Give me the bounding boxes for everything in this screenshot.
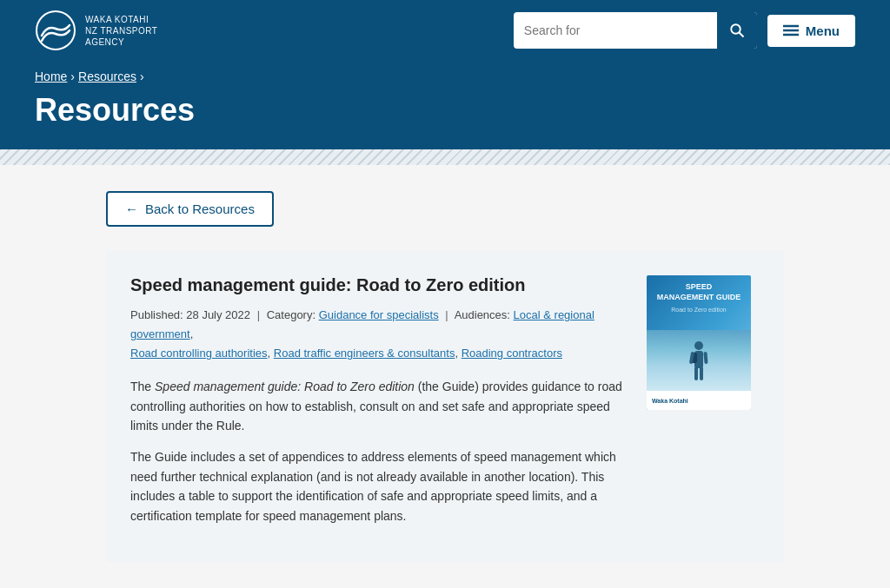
pipe-1: | [257, 308, 260, 321]
book-footer: Waka Kotahi [647, 391, 751, 410]
pipe-2: | [445, 308, 448, 321]
page-title: Resources [35, 92, 855, 129]
book-wk-logo: Waka Kotahi [652, 398, 688, 404]
audience-2-link[interactable]: Road controlling authorities [130, 347, 268, 360]
back-to-resources-button[interactable]: ← Back to Resources [106, 191, 274, 227]
svg-point-1 [731, 24, 741, 34]
published-date: Published: 28 July 2022 [130, 308, 250, 321]
svg-point-6 [694, 341, 703, 350]
back-arrow-icon: ← [125, 202, 138, 216]
card-image: Speed management guide Road to Zero edit… [647, 275, 760, 538]
book-cover-photo [647, 330, 751, 391]
book-cover-background: Speed management guide Road to Zero edit… [647, 275, 751, 410]
site-header: WAKA KOTAHI NZ TRANSPORT AGENCY Menu [0, 0, 890, 61]
menu-button[interactable]: Menu [767, 15, 855, 47]
svg-rect-9 [694, 367, 698, 380]
description-2: The Guide includes a set of appendices t… [130, 447, 626, 525]
search-button[interactable] [717, 12, 757, 49]
page-header-section: Home › Resources › Resources [0, 61, 890, 149]
breadcrumb-resources[interactable]: Resources [78, 69, 136, 83]
header-right: Menu [514, 12, 855, 49]
card-body: Speed management guide: Road to Zero edi… [130, 275, 626, 538]
search-icon [729, 23, 745, 38]
description-1: The Speed management guide: Road to Zero… [130, 377, 626, 435]
search-input[interactable] [514, 17, 717, 44]
category-label: Category: [267, 308, 315, 321]
breadcrumb-sep-1: › [70, 69, 75, 83]
svg-line-2 [739, 32, 743, 36]
audience-4-link[interactable]: Roading contractors [462, 347, 562, 360]
back-button-label: Back to Resources [145, 202, 255, 216]
breadcrumb: Home › Resources › [35, 69, 855, 83]
waka-kotahi-logo-icon [35, 10, 76, 51]
logo: WAKA KOTAHI NZ TRANSPORT AGENCY [35, 10, 157, 51]
menu-label: Menu [806, 23, 840, 38]
stripe-divider [0, 149, 890, 165]
card-meta: Published: 28 July 2022 | Category: Guid… [130, 306, 626, 363]
book-cover-subtitle: Road to Zero edition [671, 306, 726, 314]
breadcrumb-sep-2: › [140, 69, 144, 83]
resource-card: Speed management guide: Road to Zero edi… [106, 251, 784, 562]
resource-title: Speed management guide: Road to Zero edi… [130, 275, 626, 295]
search-box [514, 12, 757, 49]
description-1-italic: Speed management guide: Road to Zero edi… [155, 380, 415, 393]
hamburger-icon [783, 24, 799, 36]
svg-rect-10 [700, 367, 703, 380]
person-silhouette-icon [686, 340, 712, 391]
main-content: ← Back to Resources Speed management gui… [71, 165, 819, 588]
audience-3-link[interactable]: Road traffic engineers & consultants [274, 347, 455, 360]
category-link[interactable]: Guidance for specialists [319, 308, 439, 321]
book-cover-title: Speed management guide [657, 282, 741, 302]
svg-rect-12 [703, 352, 707, 364]
logo-text: WAKA KOTAHI NZ TRANSPORT AGENCY [85, 14, 157, 48]
audiences-label: Audiences: [455, 308, 510, 321]
breadcrumb-home[interactable]: Home [35, 69, 67, 83]
book-cover: Speed management guide Road to Zero edit… [647, 275, 751, 410]
